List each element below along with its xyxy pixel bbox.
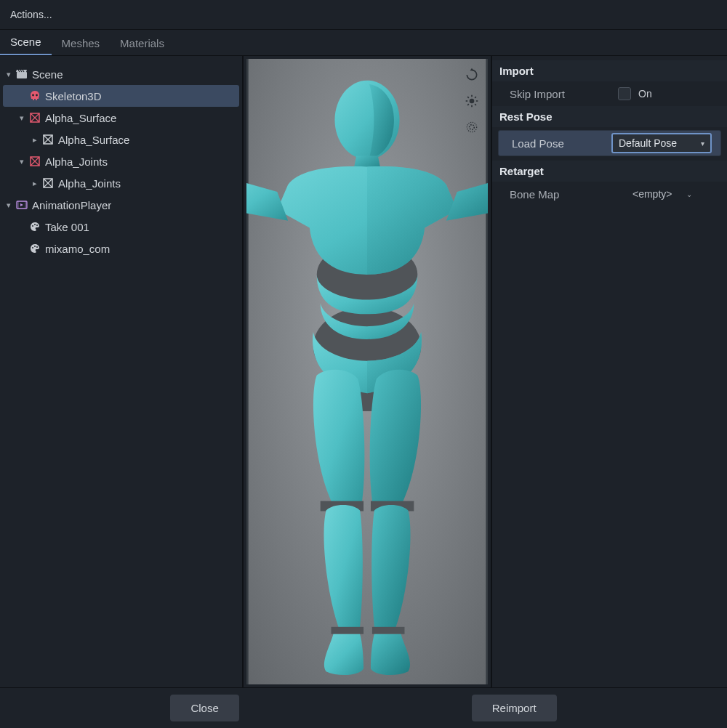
tab-row: Scene Meshes Materials	[0, 30, 727, 56]
prop-label: Bone Map	[499, 188, 618, 201]
sun-icon[interactable]	[462, 91, 482, 111]
svg-point-12	[36, 225, 38, 226]
actions-menu[interactable]: Actions...	[6, 9, 57, 20]
section-import: Import	[492, 60, 727, 81]
svg-point-11	[34, 224, 36, 225]
svg-rect-22	[332, 627, 364, 634]
svg-point-10	[32, 225, 33, 227]
svg-point-33	[470, 125, 475, 130]
tree-label: mixamo_com	[45, 243, 110, 255]
svg-point-24	[470, 99, 475, 104]
svg-rect-8	[17, 201, 19, 209]
tree-row-alpha-joints[interactable]: ▾ Alpha_Joints	[3, 150, 239, 172]
tree-label: Alpha_Surface	[45, 112, 116, 124]
svg-point-34	[467, 122, 476, 132]
mesh-icon	[41, 176, 55, 190]
scene-tree: ▾ Scene Skeleton3D ▾	[0, 60, 242, 262]
tab-meshes[interactable]: Meshes	[52, 31, 111, 55]
svg-line-30	[475, 104, 476, 105]
dialog-footer: Close Reimport	[0, 687, 727, 728]
app-root: Actions... Scene Meshes Materials ▾ Scen…	[0, 0, 727, 728]
chevron-down-icon: ▾	[701, 139, 704, 147]
svg-line-32	[475, 97, 476, 98]
section-rest-pose: Rest Pose	[492, 106, 727, 127]
viewport-3d[interactable]	[246, 59, 488, 684]
inspector-panel: Import Skip Import On Rest Pose Load Pos…	[491, 56, 727, 687]
svg-point-1	[32, 94, 34, 97]
environment-icon[interactable]	[462, 117, 482, 137]
palette-icon	[28, 241, 42, 256]
bone-map-select[interactable]: <empty> ⌄	[618, 188, 692, 200]
top-menu-bar: Actions...	[0, 0, 727, 30]
svg-line-31	[467, 104, 469, 105]
svg-rect-9	[25, 201, 27, 209]
tree-label: Scene	[32, 68, 63, 81]
tree-row-alpha-surface[interactable]: ▾ Alpha_Surface	[3, 107, 239, 129]
chevron-right-icon[interactable]: ▸	[29, 179, 41, 188]
tree-row-mixamo[interactable]: mixamo_com	[3, 238, 239, 259]
svg-point-15	[36, 246, 38, 248]
tab-materials[interactable]: Materials	[110, 31, 174, 55]
tree-row-take001[interactable]: Take 001	[3, 216, 239, 238]
chevron-down-icon[interactable]: ▾	[16, 113, 28, 123]
tree-label: AnimationPlayer	[32, 199, 111, 211]
load-pose-select[interactable]: Default Pose ▾	[611, 133, 712, 153]
tree-row-alpha-surface-child[interactable]: ▸ Alpha_Surface	[3, 129, 239, 150]
clapperboard-icon	[15, 67, 29, 81]
prop-skip-import: Skip Import On	[492, 81, 727, 106]
rotate-icon[interactable]	[462, 65, 482, 85]
tree-label: Alpha_Joints	[45, 155, 108, 168]
chevron-down-icon[interactable]: ▾	[3, 201, 15, 210]
select-value: <empty>	[632, 188, 672, 200]
chevron-down-icon[interactable]: ▾	[3, 70, 15, 79]
mesh-icon	[28, 154, 42, 169]
main-content: ▾ Scene Skeleton3D ▾	[0, 56, 727, 687]
svg-rect-23	[372, 627, 405, 634]
tree-label: Skeleton3D	[45, 90, 102, 102]
prop-bone-map: Bone Map <empty> ⌄	[492, 182, 727, 206]
tree-row-animation-player[interactable]: ▾ AnimationPlayer	[3, 194, 239, 216]
film-icon	[15, 198, 29, 212]
chevron-down-icon[interactable]: ▾	[16, 157, 28, 166]
skull-icon	[28, 89, 42, 103]
prop-label: Skip Import	[499, 88, 618, 100]
on-label: On	[638, 88, 652, 100]
select-value: Default Pose	[619, 137, 677, 149]
reimport-button[interactable]: Reimport	[472, 695, 557, 721]
palette-icon	[28, 219, 42, 234]
prop-label: Load Pose	[506, 137, 611, 150]
svg-line-29	[467, 97, 469, 98]
tab-scene[interactable]: Scene	[0, 30, 52, 55]
section-retarget: Retarget	[492, 161, 727, 182]
close-button[interactable]: Close	[170, 695, 238, 721]
tree-row-scene[interactable]: ▾ Scene	[3, 63, 239, 85]
mesh-icon	[41, 132, 55, 147]
chevron-down-icon: ⌄	[686, 190, 692, 198]
scene-tree-panel: ▾ Scene Skeleton3D ▾	[0, 56, 244, 687]
tree-label: Alpha_Surface	[58, 134, 129, 146]
chevron-right-icon[interactable]: ▸	[29, 135, 41, 145]
svg-point-13	[32, 247, 33, 248]
tree-row-alpha-joints-child[interactable]: ▸ Alpha_Joints	[3, 172, 239, 194]
skip-import-checkbox[interactable]	[618, 87, 631, 100]
mesh-icon	[28, 110, 42, 125]
svg-point-2	[36, 94, 38, 97]
mannequin-preview	[246, 59, 488, 684]
tree-label: Alpha_Joints	[58, 177, 121, 190]
prop-load-pose: Load Pose Default Pose ▾	[498, 130, 721, 156]
svg-rect-0	[17, 72, 27, 78]
tree-row-skeleton3d[interactable]: Skeleton3D	[3, 85, 239, 107]
svg-point-14	[34, 246, 36, 247]
viewport-toolbar	[462, 65, 482, 137]
tree-label: Take 001	[45, 221, 89, 233]
